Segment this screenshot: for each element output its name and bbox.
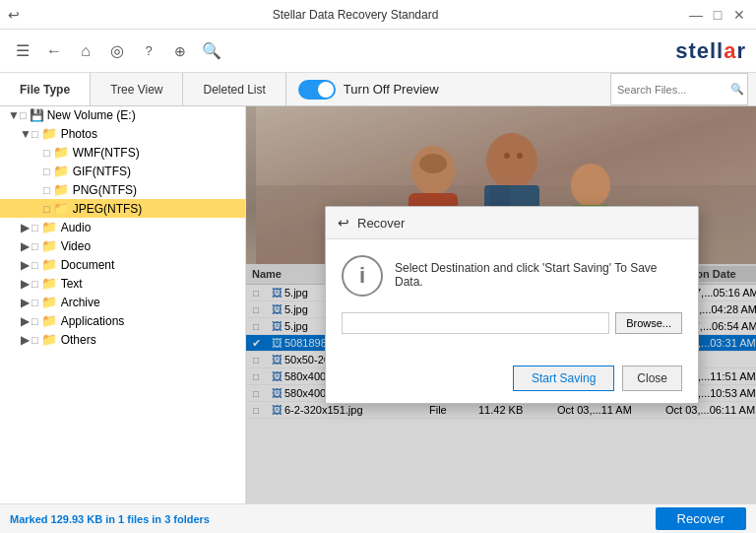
tab-file-type[interactable]: File Type bbox=[0, 73, 91, 105]
close-button[interactable]: ✕ bbox=[730, 6, 748, 24]
expand-icon: ▶ bbox=[20, 239, 30, 253]
window-title: Stellar Data Recovery Standard bbox=[24, 8, 687, 22]
expand-icon: ▼ bbox=[20, 127, 30, 141]
toolbar: ☰ ← ⌂ ◎ ? ⊕ 🔍 stellar bbox=[0, 30, 756, 73]
checkbox-archive[interactable]: □ bbox=[32, 297, 38, 308]
destination-input[interactable] bbox=[342, 312, 609, 334]
search-icon[interactable]: 🔍 bbox=[199, 38, 224, 64]
sidebar-item-label: Video bbox=[61, 239, 91, 253]
expand-icon: ▶ bbox=[20, 333, 30, 347]
sidebar-item-label: JPEG(NTFS) bbox=[73, 202, 143, 216]
modal-body: i Select Destination and click 'Start Sa… bbox=[326, 239, 698, 358]
checkbox-applications[interactable]: □ bbox=[32, 315, 38, 327]
checkbox-video[interactable]: □ bbox=[32, 240, 38, 252]
sidebar-item-document[interactable]: ▶ □ 📁 Document bbox=[0, 255, 245, 274]
back-arrow-icon: ↩ bbox=[8, 7, 20, 23]
statusbar: Marked 129.93 KB in 1 files in 3 folders… bbox=[0, 503, 756, 533]
expand-icon: ▶ bbox=[20, 296, 30, 309]
sidebar-item-label: GIF(NTFS) bbox=[73, 165, 131, 178]
folder-icon: 📁 bbox=[53, 145, 69, 160]
sidebar-item-archive[interactable]: ▶ □ 📁 Archive bbox=[0, 293, 245, 311]
cart-icon[interactable]: ⊕ bbox=[167, 38, 193, 64]
modal-back-icon: ↩ bbox=[338, 215, 349, 231]
sidebar-item-label: Applications bbox=[61, 314, 125, 328]
maximize-button[interactable]: □ bbox=[709, 6, 726, 24]
toggle-area: Turn Off Preview bbox=[286, 73, 610, 105]
modal-input-row: Browse... bbox=[342, 312, 682, 334]
drive-icon: 💾 bbox=[30, 108, 44, 122]
app-logo: stellar bbox=[675, 38, 746, 64]
expand-icon: ▶ bbox=[20, 221, 30, 234]
modal-title: Recover bbox=[357, 216, 405, 231]
folder-icon: 📁 bbox=[53, 182, 69, 197]
sidebar-item-photos[interactable]: ▼ □ 📁 Photos bbox=[0, 124, 245, 143]
checkbox-wmf[interactable]: □ bbox=[43, 147, 50, 159]
checkbox-png[interactable]: □ bbox=[43, 184, 50, 196]
expand-icon: ▶ bbox=[20, 258, 30, 272]
folder-icon: 📁 bbox=[41, 332, 57, 347]
titlebar: ↩ Stellar Data Recovery Standard — □ ✕ bbox=[0, 0, 756, 30]
preview-toggle[interactable] bbox=[298, 80, 336, 100]
folder-icon: 📁 bbox=[41, 295, 57, 309]
home-icon[interactable]: ⌂ bbox=[73, 38, 98, 64]
back-icon[interactable]: ← bbox=[41, 38, 67, 64]
checkbox-jpeg[interactable]: □ bbox=[43, 203, 50, 215]
help-icon[interactable]: ? bbox=[136, 38, 161, 64]
checkbox-gif[interactable]: □ bbox=[43, 166, 50, 177]
sidebar-item-jpeg[interactable]: □ 📁 JPEG(NTFS) bbox=[0, 199, 245, 218]
folder-icon: 📁 bbox=[41, 276, 57, 291]
minimize-button[interactable]: — bbox=[687, 6, 705, 24]
sidebar-item-text[interactable]: ▶ □ 📁 Text bbox=[0, 274, 245, 293]
sidebar-item-others[interactable]: ▶ □ 📁 Others bbox=[0, 330, 245, 349]
main-area: ▼ □ 💾 New Volume (E:) ▼ □ 📁 Photos □ 📁 W… bbox=[0, 106, 756, 503]
content-area: Name Type Size Creation Date Modificatio… bbox=[246, 106, 756, 503]
checkbox-text[interactable]: □ bbox=[32, 278, 38, 290]
checkbox-document[interactable]: □ bbox=[32, 259, 38, 271]
toggle-label: Turn Off Preview bbox=[344, 82, 439, 97]
close-modal-button[interactable]: Close bbox=[622, 366, 682, 391]
expand-icon: ▶ bbox=[20, 314, 30, 328]
sidebar-item-label: Document bbox=[61, 258, 115, 272]
sidebar-item-label: Text bbox=[61, 277, 83, 291]
browse-button[interactable]: Browse... bbox=[615, 312, 682, 334]
search-input[interactable] bbox=[617, 84, 730, 96]
checkbox-photos[interactable]: □ bbox=[32, 128, 38, 140]
modal-overlay: ↩ Recover i Select Destination and click… bbox=[246, 106, 756, 503]
search-box: 🔍 bbox=[610, 73, 748, 105]
menu-icon[interactable]: ☰ bbox=[10, 38, 35, 64]
tab-tree-view[interactable]: Tree View bbox=[91, 73, 183, 105]
sidebar-item-label: Audio bbox=[61, 221, 92, 234]
recover-button[interactable]: Recover bbox=[656, 507, 746, 530]
folder-icon: 📁 bbox=[41, 257, 57, 272]
checkbox-others[interactable]: □ bbox=[32, 334, 38, 346]
folder-icon: 📁 bbox=[41, 126, 57, 141]
status-text: Marked 129.93 KB in 1 files in 3 folders bbox=[10, 513, 210, 525]
sidebar-item-png[interactable]: □ 📁 PNG(NTFS) bbox=[0, 180, 245, 199]
start-saving-button[interactable]: Start Saving bbox=[513, 366, 614, 391]
folder-icon: 📁 bbox=[41, 313, 57, 328]
modal-footer: Start Saving Close bbox=[326, 358, 698, 403]
sidebar-item-label: New Volume (E:) bbox=[47, 108, 136, 122]
checkbox-audio[interactable]: □ bbox=[32, 222, 38, 233]
sidebar-item-gif[interactable]: □ 📁 GIF(NTFS) bbox=[0, 162, 245, 180]
modal-header: ↩ Recover bbox=[326, 207, 698, 239]
folder-icon: 📁 bbox=[41, 220, 57, 234]
tab-deleted-list[interactable]: Deleted List bbox=[183, 73, 285, 105]
sidebar-item-video[interactable]: ▶ □ 📁 Video bbox=[0, 236, 245, 255]
checkbox-volume[interactable]: □ bbox=[20, 109, 27, 121]
folder-icon: 📁 bbox=[41, 238, 57, 253]
tabbar: File Type Tree View Deleted List Turn Of… bbox=[0, 73, 756, 106]
expand-icon: ▼ bbox=[8, 108, 18, 122]
sidebar-item-audio[interactable]: ▶ □ 📁 Audio bbox=[0, 218, 245, 236]
modal-info-text: Select Destination and click 'Start Savi… bbox=[395, 255, 682, 289]
sidebar-item-label: PNG(NTFS) bbox=[73, 183, 137, 197]
sidebar-item-wmf[interactable]: □ 📁 WMF(NTFS) bbox=[0, 143, 245, 162]
search-icon: 🔍 bbox=[730, 83, 744, 96]
scan-icon[interactable]: ◎ bbox=[104, 38, 130, 64]
sidebar-item-applications[interactable]: ▶ □ 📁 Applications bbox=[0, 311, 245, 330]
sidebar-item-new-volume[interactable]: ▼ □ 💾 New Volume (E:) bbox=[0, 106, 245, 124]
folder-icon: 📁 bbox=[53, 201, 69, 216]
info-icon: i bbox=[342, 255, 383, 297]
sidebar-item-label: WMF(NTFS) bbox=[73, 146, 140, 160]
sidebar-item-label: Photos bbox=[61, 127, 97, 141]
